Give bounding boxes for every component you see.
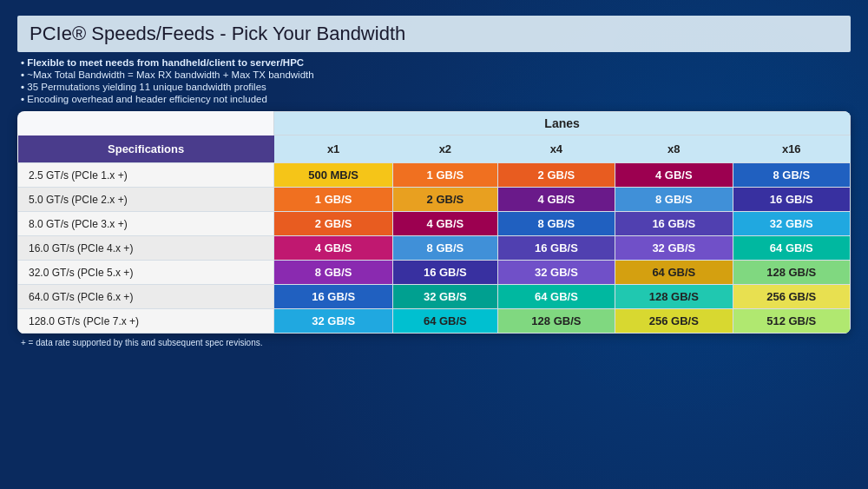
- table-wrapper: Lanes Specifications x1 x2 x4 x8 x16 2.5…: [17, 111, 851, 334]
- spec-cell-5: 64.0 GT/s (PCIe 6.x +): [18, 285, 274, 309]
- value-cell-r5-c4: 256 GB/S: [733, 285, 850, 309]
- value-cell-r6-c0: 32 GB/S: [274, 309, 393, 334]
- value-cell-r3-c3: 32 GB/S: [615, 236, 733, 261]
- col-header-specs: Specifications: [18, 135, 274, 163]
- col-header-x2: x2: [393, 135, 498, 163]
- spec-cell-6: 128.0 GT/s (PCIe 7.x +): [18, 309, 274, 334]
- value-cell-r0-c2: 2 GB/S: [497, 163, 615, 188]
- value-cell-r6-c1: 64 GB/S: [393, 309, 498, 334]
- table-row: 16.0 GT/s (PCIe 4.x +)4 GB/S8 GB/S16 GB/…: [18, 236, 851, 261]
- value-cell-r5-c0: 16 GB/S: [274, 285, 393, 309]
- empty-corner: [18, 112, 274, 135]
- bullet-0: • Flexible to meet needs from handheld/c…: [21, 57, 851, 68]
- value-cell-r1-c4: 16 GB/S: [733, 188, 850, 212]
- value-cell-r4-c4: 128 GB/S: [733, 261, 850, 285]
- value-cell-r4-c0: 8 GB/S: [274, 261, 393, 285]
- main-content: PCIe® Speeds/Feeds - Pick Your Bandwidth…: [0, 0, 868, 356]
- table-row: 8.0 GT/s (PCIe 3.x +)2 GB/S4 GB/S8 GB/S1…: [18, 212, 851, 236]
- bullet-list: • Flexible to meet needs from handheld/c…: [17, 57, 851, 104]
- value-cell-r1-c0: 1 GB/S: [274, 188, 393, 212]
- value-cell-r3-c1: 8 GB/S: [393, 236, 498, 261]
- col-header-x1: x1: [274, 135, 393, 163]
- table-row: 2.5 GT/s (PCIe 1.x +)500 MB/S1 GB/S2 GB/…: [18, 163, 851, 188]
- lanes-label: Lanes: [274, 112, 851, 135]
- bandwidth-table: Lanes Specifications x1 x2 x4 x8 x16 2.5…: [17, 111, 851, 334]
- column-headers-row: Specifications x1 x2 x4 x8 x16: [18, 135, 851, 163]
- value-cell-r4-c1: 16 GB/S: [393, 261, 498, 285]
- value-cell-r3-c4: 64 GB/S: [733, 236, 850, 261]
- value-cell-r0-c3: 4 GB/S: [615, 163, 733, 188]
- value-cell-r2-c2: 8 GB/S: [497, 212, 615, 236]
- value-cell-r1-c3: 8 GB/S: [615, 188, 733, 212]
- value-cell-r6-c3: 256 GB/S: [615, 309, 733, 334]
- spec-cell-2: 8.0 GT/s (PCIe 3.x +): [18, 212, 274, 236]
- value-cell-r2-c4: 32 GB/S: [733, 212, 850, 236]
- value-cell-r6-c4: 512 GB/S: [733, 309, 850, 334]
- value-cell-r0-c0: 500 MB/S: [274, 163, 393, 188]
- value-cell-r1-c1: 2 GB/S: [393, 188, 498, 212]
- bullet-1: • ~Max Total Bandwidth = Max RX bandwidt…: [21, 69, 851, 80]
- col-header-x8: x8: [615, 135, 733, 163]
- value-cell-r0-c4: 8 GB/S: [733, 163, 850, 188]
- table-row: 64.0 GT/s (PCIe 6.x +)16 GB/S32 GB/S64 G…: [18, 285, 851, 309]
- value-cell-r4-c3: 64 GB/S: [615, 261, 733, 285]
- value-cell-r6-c2: 128 GB/S: [497, 309, 615, 334]
- table-body: 2.5 GT/s (PCIe 1.x +)500 MB/S1 GB/S2 GB/…: [18, 163, 851, 334]
- footer-note: + = data rate supported by this and subs…: [17, 334, 851, 347]
- table-row: 128.0 GT/s (PCIe 7.x +)32 GB/S64 GB/S128…: [18, 309, 851, 334]
- value-cell-r5-c3: 128 GB/S: [615, 285, 733, 309]
- value-cell-r5-c1: 32 GB/S: [393, 285, 498, 309]
- bullet-2: • 35 Permutations yielding 11 unique ban…: [21, 82, 851, 92]
- value-cell-r0-c1: 1 GB/S: [393, 163, 498, 188]
- col-header-x4: x4: [497, 135, 615, 163]
- value-cell-r1-c2: 4 GB/S: [497, 188, 615, 212]
- table-row: 32.0 GT/s (PCIe 5.x +)8 GB/S16 GB/S32 GB…: [18, 261, 851, 285]
- page-title: PCIe® Speeds/Feeds - Pick Your Bandwidth: [17, 16, 851, 52]
- value-cell-r2-c0: 2 GB/S: [274, 212, 393, 236]
- value-cell-r2-c3: 16 GB/S: [615, 212, 733, 236]
- spec-cell-4: 32.0 GT/s (PCIe 5.x +): [18, 261, 274, 285]
- value-cell-r4-c2: 32 GB/S: [497, 261, 615, 285]
- bullet-3: • Encoding overhead and header efficienc…: [21, 94, 851, 104]
- value-cell-r3-c2: 16 GB/S: [497, 236, 615, 261]
- lanes-header-row: Lanes: [18, 112, 851, 135]
- value-cell-r2-c1: 4 GB/S: [393, 212, 498, 236]
- value-cell-r3-c0: 4 GB/S: [274, 236, 393, 261]
- value-cell-r5-c2: 64 GB/S: [497, 285, 615, 309]
- table-row: 5.0 GT/s (PCIe 2.x +)1 GB/S2 GB/S4 GB/S8…: [18, 188, 851, 212]
- spec-cell-1: 5.0 GT/s (PCIe 2.x +): [18, 188, 274, 212]
- col-header-x16: x16: [733, 135, 850, 163]
- spec-cell-3: 16.0 GT/s (PCIe 4.x +): [18, 236, 274, 261]
- spec-cell-0: 2.5 GT/s (PCIe 1.x +): [18, 163, 274, 188]
